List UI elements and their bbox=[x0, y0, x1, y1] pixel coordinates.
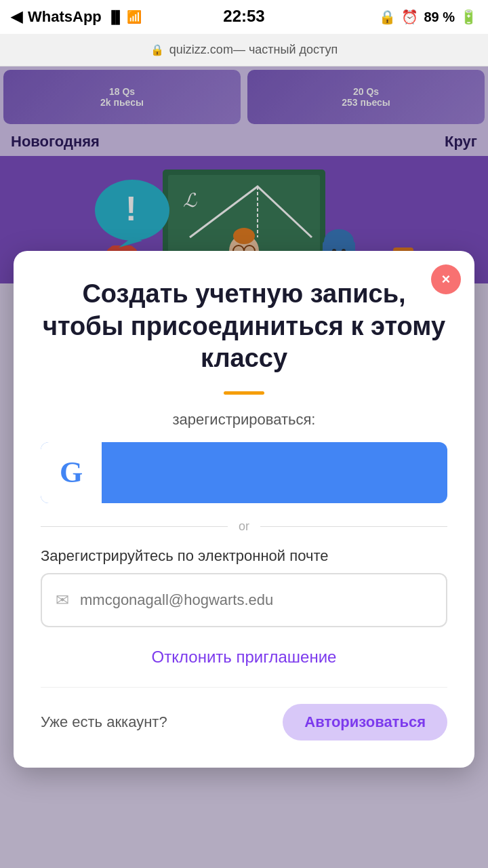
battery-icon: 🔋 bbox=[460, 9, 477, 25]
has-account-text: Уже есть аккаунт? bbox=[41, 713, 167, 731]
app-name: WhatsApp bbox=[28, 8, 102, 26]
browser-access-type: — частный доступ bbox=[233, 43, 338, 57]
email-section-label: Зарегистрируйтесь по электронной почте bbox=[41, 547, 447, 565]
or-text: or bbox=[239, 519, 249, 534]
email-envelope-icon: ✉ bbox=[56, 591, 69, 610]
modal-dialog: × Создать учетную запись, чтобы присоеди… bbox=[14, 251, 474, 768]
modal-subtitle: зарегистрироваться: bbox=[41, 411, 447, 429]
signal-icons: ▐▌ 📶 bbox=[107, 9, 142, 24]
google-g-letter: G bbox=[60, 455, 83, 490]
back-arrow-icon: ◀ bbox=[11, 8, 22, 26]
modal-title: Создать учетную запись, чтобы присоедини… bbox=[41, 278, 447, 375]
browser-bar: 🔒 quizizz.com — частный доступ bbox=[0, 34, 488, 66]
modal-title-divider bbox=[224, 391, 264, 395]
battery-percent: 89 % bbox=[424, 9, 455, 25]
login-button[interactable]: Авторизоваться bbox=[283, 704, 447, 741]
email-input-wrapper[interactable]: ✉ bbox=[41, 573, 447, 627]
status-right: 🔒 ⏰ 89 % 🔋 bbox=[379, 9, 477, 25]
browser-domain: quizizz.com bbox=[169, 43, 233, 57]
modal-close-button[interactable]: × bbox=[431, 264, 461, 294]
email-input[interactable] bbox=[80, 591, 432, 609]
or-divider: or bbox=[41, 519, 447, 534]
signal-bars-icon: ▐▌ bbox=[107, 10, 125, 24]
google-signin-button[interactable]: G bbox=[41, 442, 447, 503]
alarm-icon: ⏰ bbox=[401, 9, 418, 25]
or-line-left bbox=[41, 526, 228, 527]
or-line-right bbox=[260, 526, 447, 527]
status-time: 22:53 bbox=[223, 7, 264, 26]
modal-footer: Уже есть аккаунт? Авторизоваться bbox=[41, 687, 447, 741]
status-left: ◀ WhatsApp ▐▌ 📶 bbox=[11, 8, 142, 26]
browser-lock-icon: 🔒 bbox=[150, 43, 164, 56]
lock-status-icon: 🔒 bbox=[379, 9, 396, 25]
wifi-icon: 📶 bbox=[127, 9, 142, 24]
decline-invitation-link[interactable]: Отклонить приглашение bbox=[41, 648, 447, 667]
status-bar: ◀ WhatsApp ▐▌ 📶 22:53 🔒 ⏰ 89 % 🔋 bbox=[0, 0, 488, 34]
google-icon-box: G bbox=[41, 442, 102, 503]
